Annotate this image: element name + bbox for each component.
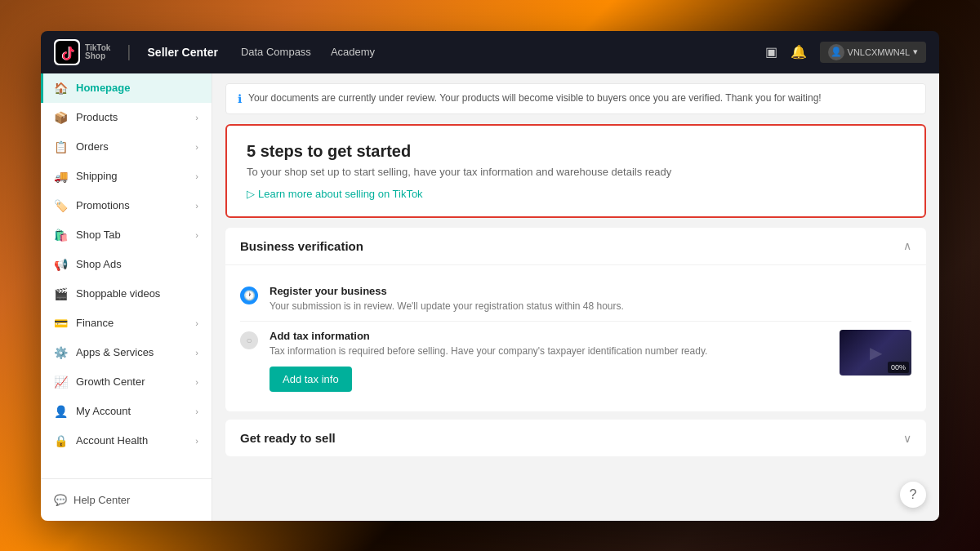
steps-card: 5 steps to get started To your shop set …: [225, 124, 926, 218]
chevron-icon: ›: [195, 113, 198, 122]
get-ready-header[interactable]: Get ready to sell ∨: [225, 420, 926, 456]
sidebar-account-health-label: Account Health: [76, 434, 187, 447]
add-tax-info-button[interactable]: Add tax info: [270, 367, 352, 392]
sidebar-item-homepage[interactable]: 🏠 Homepage: [41, 73, 212, 103]
nav-right: ▣ 🔔 👤 VNLCXMWN4L ▾: [765, 42, 926, 63]
sidebar-promotions-label: Promotions: [76, 199, 187, 211]
home-icon: 🏠: [54, 82, 68, 95]
sidebar-item-promotions[interactable]: 🏷️ Promotions ›: [41, 191, 212, 220]
learn-more-link[interactable]: ▷ Learn more about selling on TikTok: [247, 188, 905, 200]
growth-center-icon: 📈: [54, 375, 68, 389]
shoppable-videos-icon: 🎬: [54, 287, 68, 300]
username-label: VNLCXMWN4L: [848, 47, 910, 57]
sidebar-item-shop-tab[interactable]: 🛍️ Shop Tab ›: [41, 220, 212, 250]
seller-center-label: Seller Center: [148, 46, 218, 59]
chevron-icon: ›: [195, 318, 198, 328]
shop-tab-icon: 🛍️: [54, 229, 68, 242]
chevron-icon: ›: [195, 230, 198, 240]
sidebar-my-account-label: My Account: [76, 405, 187, 417]
account-health-icon: 🔒: [54, 434, 68, 447]
promotions-icon: 🏷️: [54, 199, 68, 212]
sidebar-apps-services-label: Apps & Services: [76, 346, 187, 358]
sidebar-item-shop-ads[interactable]: 📢 Shop Ads: [41, 250, 212, 279]
step-tax-icon: ○: [240, 331, 258, 349]
sidebar-item-account-health[interactable]: 🔒 Account Health ›: [41, 426, 212, 455]
notice-banner: ℹ Your documents are currently under rev…: [225, 83, 926, 114]
sidebar-orders-label: Orders: [76, 140, 187, 153]
academy-link[interactable]: Academy: [331, 46, 375, 58]
step-tax: ○ Add tax information Tax information is…: [240, 322, 911, 400]
tablet-icon[interactable]: ▣: [765, 44, 777, 60]
sidebar-products-label: Products: [76, 111, 187, 123]
chevron-icon: ›: [195, 348, 198, 358]
help-icon: 💬: [54, 494, 67, 506]
user-menu[interactable]: 👤 VNLCXMWN4L ▾: [820, 42, 926, 63]
sidebar-item-shipping[interactable]: 🚚 Shipping ›: [41, 162, 212, 191]
section-collapse-icon: ∧: [903, 239, 911, 252]
sidebar-item-apps-services[interactable]: ⚙️ Apps & Services ›: [41, 338, 212, 367]
step-register: 🕐 Register your business Your submission…: [240, 277, 911, 322]
play-icon: ▷: [247, 188, 255, 200]
sidebar-shipping-label: Shipping: [76, 170, 187, 182]
sidebar-shop-ads-label: Shop Ads: [76, 258, 198, 270]
help-center-label: Help Center: [74, 494, 130, 506]
circle-icon: ○: [246, 335, 252, 346]
learn-more-label: Learn more about selling on TikTok: [258, 188, 423, 200]
chevron-icon: ›: [195, 171, 198, 181]
chevron-icon: ›: [195, 436, 198, 446]
steps-title: 5 steps to get started: [247, 142, 905, 161]
sidebar-shop-tab-label: Shop Tab: [76, 229, 187, 241]
apps-services-icon: ⚙️: [54, 346, 68, 359]
step-tax-content: Add tax information Tax information is r…: [270, 330, 828, 392]
notice-text: Your documents are currently under revie…: [248, 92, 822, 104]
sidebar-item-my-account[interactable]: 👤 My Account ›: [41, 397, 212, 426]
shipping-icon: 🚚: [54, 170, 68, 183]
sidebar-bottom: 💬 Help Center: [41, 478, 212, 521]
bell-icon[interactable]: 🔔: [791, 44, 807, 60]
chevron-icon: ›: [195, 201, 198, 211]
chevron-icon: ›: [195, 142, 198, 152]
section-expand-icon: ∨: [903, 432, 911, 445]
video-thumbnail: ▶ 00%: [840, 330, 911, 375]
business-verification-header[interactable]: Business verification ∧: [225, 228, 926, 265]
orders-icon: 📋: [54, 140, 68, 153]
tiktok-logo-icon: [54, 39, 80, 65]
products-icon: 📦: [54, 111, 68, 124]
chevron-icon: ›: [195, 377, 198, 387]
sidebar-shoppable-videos-label: Shoppable videos: [76, 287, 198, 300]
shop-ads-icon: 📢: [54, 258, 68, 271]
clock-icon: 🕐: [243, 290, 256, 301]
chevron-icon: ›: [195, 407, 198, 416]
sidebar-item-growth-center[interactable]: 📈 Growth Center ›: [41, 367, 212, 397]
step-tax-desc: Tax information is required before selli…: [270, 344, 828, 358]
video-progress-badge: 00%: [888, 362, 909, 373]
sidebar-item-shoppable-videos[interactable]: 🎬 Shoppable videos: [41, 279, 212, 309]
business-verification-title: Business verification: [240, 239, 363, 253]
question-mark-icon: ?: [910, 487, 917, 502]
data-compass-link[interactable]: Data Compass: [241, 46, 311, 58]
nav-links: Data Compass Academy: [241, 46, 375, 58]
sidebar-item-orders[interactable]: 📋 Orders ›: [41, 132, 212, 162]
main-content: ℹ Your documents are currently under rev…: [212, 73, 939, 521]
step-register-icon: 🕐: [240, 287, 258, 304]
business-verification-body: 🕐 Register your business Your submission…: [225, 265, 926, 412]
sidebar-item-finance[interactable]: 💳 Finance ›: [41, 309, 212, 338]
sidebar-item-products[interactable]: 📦 Products ›: [41, 103, 212, 132]
my-account-icon: 👤: [54, 405, 68, 418]
finance-icon: 💳: [54, 317, 68, 330]
top-navigation: TikTokShop | Seller Center Data Compass …: [41, 31, 939, 73]
get-ready-title: Get ready to sell: [240, 431, 336, 445]
get-ready-section: Get ready to sell ∨: [225, 420, 926, 456]
chevron-down-icon: ▾: [913, 47, 918, 57]
nav-divider: |: [127, 42, 131, 61]
sidebar-growth-center-label: Growth Center: [76, 375, 187, 388]
steps-subtitle: To your shop set up to start selling, ha…: [247, 166, 905, 178]
help-center-link[interactable]: 💬 Help Center: [41, 486, 212, 514]
thumbnail-image: ▶ 00%: [840, 330, 911, 375]
sidebar: 🏠 Homepage 📦 Products › 📋 Orders › 🚚 Shi…: [41, 73, 212, 521]
user-avatar-icon: 👤: [828, 44, 844, 60]
step-register-name: Register your business: [270, 285, 911, 297]
help-fab[interactable]: ?: [900, 482, 926, 508]
step-register-content: Register your business Your submission i…: [270, 285, 911, 313]
logo[interactable]: TikTokShop: [54, 39, 110, 65]
